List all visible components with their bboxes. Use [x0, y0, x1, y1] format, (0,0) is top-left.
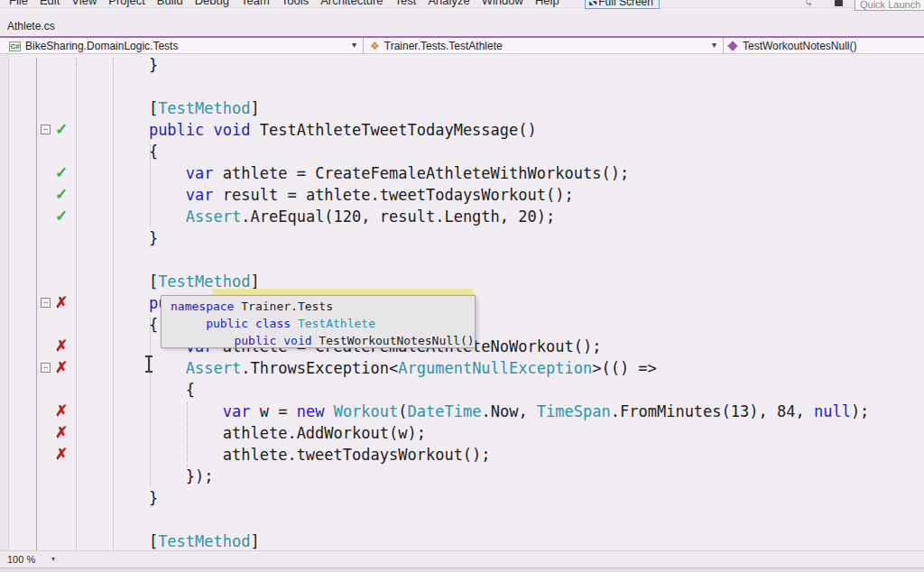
- menu-item-analyze[interactable]: Analyze: [428, 0, 469, 7]
- top-chrome: FileEditViewProjectBuildDebugTeamToolsAr…: [0, 0, 924, 36]
- text-cursor-ibeam: [144, 355, 153, 373]
- code-line[interactable]: var w = new Workout(DateTime.Now, TimeSp…: [75, 401, 869, 422]
- collapse-region-icon[interactable]: −: [41, 363, 51, 373]
- menu-item-help[interactable]: Help: [535, 0, 559, 7]
- quick-launch-placeholder: Quick Launch: [860, 0, 920, 10]
- method-icon: [727, 41, 737, 51]
- editor-bottom-bar: 100 % ▾: [0, 550, 924, 567]
- document-tab-label: Athlete.cs: [7, 20, 55, 32]
- type-dropdown[interactable]: ❖ Trainer.Tests.TestAthlete: [370, 38, 503, 54]
- menu-item-team[interactable]: Team: [241, 0, 270, 7]
- menu-item-architecture[interactable]: Architecture: [320, 0, 383, 7]
- test-failed-icon[interactable]: ✗: [51, 422, 72, 444]
- code-line[interactable]: [TestMethod]: [75, 530, 869, 550]
- code-line[interactable]: var result = athlete.tweetTodaysWorkout(…: [75, 184, 869, 206]
- code-line[interactable]: var athlete = CreateFemaleAthleteWithWor…: [75, 162, 869, 184]
- test-failed-icon[interactable]: ✗: [51, 336, 72, 357]
- code-line[interactable]: Assert.AreEqual(120, result.Length, 20);: [75, 206, 869, 227]
- project-dropdown-label: BikeSharing.DomainLogic.Tests: [25, 40, 178, 52]
- code-line[interactable]: }: [75, 487, 869, 509]
- zoom-level-control[interactable]: 100 %: [7, 554, 35, 565]
- code-line[interactable]: athlete.tweetTodaysWorkout();: [75, 444, 869, 466]
- tooltip-line: public class TestAthlete: [171, 315, 475, 332]
- code-line[interactable]: [75, 76, 869, 97]
- member-dropdown[interactable]: TestWorkoutNotesNull(): [727, 38, 856, 54]
- outlining-margin: [36, 58, 37, 550]
- code-line[interactable]: Assert.ThrowsException<ArgumentNullExcep…: [75, 357, 869, 379]
- class-icon: ❖: [370, 41, 380, 51]
- project-dropdown[interactable]: C# BikeSharing.DomainLogic.Tests: [9, 38, 178, 54]
- test-passed-icon[interactable]: ✓: [51, 206, 72, 227]
- document-tab-athlete-cs[interactable]: Athlete.cs: [7, 20, 55, 32]
- csharp-project-icon: C#: [9, 42, 21, 51]
- code-peek-tooltip: namespace Trainer.Tests public class Tes…: [161, 295, 476, 348]
- code-line[interactable]: {: [75, 141, 869, 162]
- tooltip-line: public void TestWorkoutNotesNull(): [171, 332, 475, 349]
- tooltip-line: namespace Trainer.Tests: [171, 298, 475, 315]
- collapse-region-icon[interactable]: −: [41, 298, 51, 308]
- project-dropdown-caret-icon[interactable]: ▾: [352, 40, 356, 50]
- zoom-caret-icon[interactable]: ▾: [51, 555, 55, 563]
- full-screen-label: Full Screen: [598, 0, 653, 8]
- member-dropdown-label: TestWorkoutNotesNull(): [743, 40, 856, 52]
- navbar-separator: [363, 38, 364, 54]
- quick-launch-input[interactable]: Quick Launch: [855, 0, 924, 11]
- horizontal-scrollbar[interactable]: [0, 567, 924, 572]
- test-passed-icon[interactable]: ✓: [51, 162, 72, 184]
- test-failed-icon[interactable]: ✗: [51, 401, 72, 422]
- visual-studio-window: FileEditViewProjectBuildDebugTeamToolsAr…: [0, 0, 924, 572]
- menu-item-window[interactable]: Window: [482, 0, 523, 7]
- test-passed-icon[interactable]: ✓: [51, 184, 72, 206]
- code-editor[interactable]: } [TestMethod] public void TestAthleteTw…: [0, 54, 924, 550]
- test-failed-icon[interactable]: ✗: [51, 292, 72, 314]
- menu-divider: [0, 7, 924, 8]
- test-failed-icon[interactable]: ✗: [51, 357, 72, 379]
- code-line[interactable]: });: [75, 466, 869, 487]
- test-failed-icon[interactable]: ✗: [51, 444, 72, 466]
- menu-item-build[interactable]: Build: [157, 0, 183, 7]
- code-line[interactable]: [TestMethod]: [75, 97, 869, 119]
- menu-item-test[interactable]: Test: [395, 0, 417, 7]
- code-line[interactable]: [75, 249, 869, 271]
- type-dropdown-label: Trainer.Tests.TestAthlete: [384, 40, 503, 52]
- code-line[interactable]: {: [75, 379, 869, 401]
- code-line[interactable]: athlete.AddWorkout(w);: [75, 422, 869, 444]
- feedback-icon[interactable]: [835, 0, 843, 6]
- collapse-region-icon[interactable]: −: [41, 125, 51, 134]
- code-line[interactable]: }: [75, 227, 869, 249]
- menu-item-debug[interactable]: Debug: [195, 0, 229, 7]
- breakpoint-margin[interactable]: [0, 54, 9, 550]
- navbar-separator: [723, 38, 724, 54]
- type-dropdown-caret-icon[interactable]: ▾: [712, 40, 716, 50]
- menu-item-tools[interactable]: Tools: [282, 0, 309, 7]
- menu-item-view[interactable]: View: [71, 0, 97, 7]
- menu-bar: FileEditViewProjectBuildDebugTeamToolsAr…: [0, 0, 924, 7]
- code-line[interactable]: [75, 509, 869, 530]
- menu-item-file[interactable]: File: [9, 0, 28, 7]
- full-screen-button[interactable]: ◣◥ Full Screen: [585, 0, 660, 9]
- code-line[interactable]: }: [75, 54, 869, 76]
- menu-item-project[interactable]: Project: [108, 0, 144, 7]
- test-passed-icon[interactable]: ✓: [51, 119, 72, 141]
- menu-item-edit[interactable]: Edit: [40, 0, 60, 7]
- code-line[interactable]: public void TestAthleteTweetTodayMessage…: [75, 119, 869, 141]
- full-screen-icon: ◣◥: [589, 0, 596, 5]
- code-navigation-bar: C# BikeSharing.DomainLogic.Tests ▾ ❖ Tra…: [0, 38, 924, 54]
